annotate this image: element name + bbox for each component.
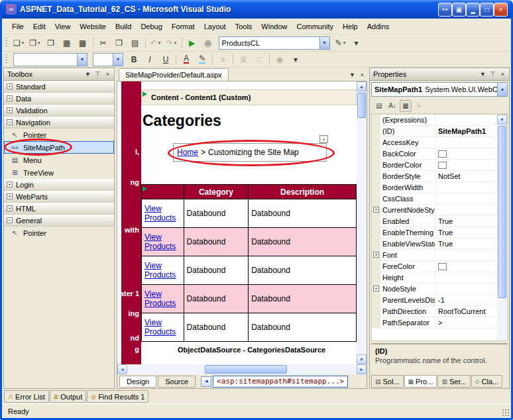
toolbox-section-data[interactable]: + + Data: [4, 93, 114, 105]
underline-button[interactable]: U: [158, 52, 173, 66]
property-value[interactable]: [435, 148, 497, 159]
toolbox-section-login[interactable]: + + Login: [4, 179, 114, 191]
view-tab[interactable]: Design: [119, 376, 156, 388]
properties-view-button[interactable]: ▦: [400, 100, 412, 112]
minimize-button[interactable]: ▂: [466, 3, 480, 17]
highlight-color-button[interactable]: ✎: [195, 52, 209, 66]
close-icon[interactable]: ×: [498, 70, 508, 79]
toolbox-item-menu[interactable]: ▤ ▤ Menu: [4, 154, 114, 166]
expander-icon[interactable]: +: [7, 182, 13, 187]
tab-output[interactable]: ≣ Output: [50, 390, 87, 403]
toolbar-overflow-button[interactable]: ▾: [288, 52, 303, 66]
save-all-button[interactable]: ▩: [76, 36, 90, 50]
property-value[interactable]: [435, 137, 497, 148]
paste-button[interactable]: ▤: [128, 36, 142, 50]
expander-icon[interactable]: −: [7, 119, 13, 125]
style-tool-button[interactable]: ✎: [333, 36, 348, 50]
smart-tag-anchor-icon[interactable]: ▪: [319, 135, 328, 143]
chevron-down-icon[interactable]: ▼: [319, 37, 329, 49]
expand-plus-icon[interactable]: +: [373, 252, 379, 258]
property-value[interactable]: RootToCurrent: [435, 306, 497, 317]
property-value[interactable]: -1: [435, 295, 497, 305]
view-products-link[interactable]: View Products: [144, 204, 178, 223]
property-row[interactable]: + Font: [372, 250, 497, 261]
view-products-link[interactable]: View Products: [144, 289, 178, 308]
toolbox-item-pointer-general[interactable]: ↖ ↖ Pointer: [4, 227, 114, 239]
copy-button[interactable]: ❐: [112, 36, 127, 50]
scroll-up-icon[interactable]: ▲: [357, 81, 367, 91]
scroll-down-icon[interactable]: ▼: [357, 354, 367, 364]
property-value[interactable]: NotSet: [435, 171, 497, 182]
toolbox-section-validation[interactable]: + + Validation: [4, 105, 114, 117]
menu-item[interactable]: Window: [256, 20, 292, 33]
content-region-header[interactable]: Content - Content1 (Custom): [141, 89, 357, 105]
smart-tag-icon[interactable]: [142, 91, 147, 97]
property-value[interactable]: SiteMapPath1: [435, 126, 497, 136]
property-row[interactable]: + EnableViewState True: [372, 238, 497, 250]
scroll-left-icon[interactable]: ◄: [117, 364, 127, 374]
chevron-down-icon[interactable]: ▼: [478, 70, 488, 79]
toolbar-grip[interactable]: [5, 54, 7, 65]
menu-item[interactable]: Tools: [231, 20, 257, 33]
chevron-down-icon[interactable]: ▼: [113, 54, 123, 66]
property-row[interactable]: + PathSeparator >: [372, 317, 497, 329]
property-value[interactable]: [435, 205, 497, 215]
target-schema-combobox[interactable]: ProductsCL ▼: [219, 36, 330, 50]
alphabetical-button[interactable]: A↓: [386, 100, 398, 112]
new-project-button[interactable]: ❏: [11, 36, 26, 50]
close-icon[interactable]: ×: [357, 70, 367, 79]
cut-button[interactable]: ✂: [96, 36, 111, 50]
dock-pane-button[interactable]: ▣: [452, 3, 466, 17]
font-name-combobox[interactable]: ▼: [13, 53, 87, 66]
dock-left-right-button[interactable]: ◄►: [438, 3, 452, 17]
scrollbar-thumb[interactable]: [357, 93, 366, 118]
expand-plus-icon[interactable]: +: [373, 286, 379, 291]
property-row[interactable]: + EnableTheming True: [372, 227, 497, 238]
menu-item[interactable]: Help: [338, 20, 363, 33]
pin-icon[interactable]: ⊤: [488, 70, 498, 79]
property-value[interactable]: [435, 272, 497, 283]
start-debug-button[interactable]: ▶: [185, 36, 200, 50]
property-row[interactable]: + BorderStyle NotSet: [372, 171, 497, 182]
save-button[interactable]: ▦: [60, 36, 74, 50]
property-row[interactable]: + AccessKey: [372, 137, 497, 148]
tab-solution-explorer[interactable]: ▤ Sol...: [371, 375, 404, 388]
bullet-list-button[interactable]: ∷: [252, 52, 266, 66]
align-button[interactable]: ≡: [215, 52, 230, 66]
close-icon[interactable]: ×: [103, 70, 113, 79]
resize-grip[interactable]: [501, 408, 510, 417]
property-row[interactable]: + BackColor: [372, 148, 497, 160]
events-button[interactable]: ϟ: [413, 100, 425, 112]
tab-find-results[interactable]: ◎ Find Results 1: [87, 390, 148, 403]
view-products-link[interactable]: View Products: [144, 233, 178, 251]
close-button[interactable]: ×: [494, 3, 508, 17]
expand-plus-icon[interactable]: +: [373, 207, 379, 213]
toolbox-section-webparts[interactable]: + + WebParts: [4, 191, 114, 203]
redo-button[interactable]: ↷: [164, 36, 179, 50]
chevron-down-icon[interactable]: ▼: [83, 70, 93, 79]
toolbox-item-treeview[interactable]: ⊞ ⊞ TreeView: [4, 166, 114, 179]
property-value[interactable]: [435, 284, 497, 294]
document-tab[interactable]: SiteMapProvider/Default.aspx: [119, 68, 229, 81]
property-row[interactable]: + PathDirection RootToCurrent: [372, 306, 497, 317]
tab-server-explorer[interactable]: ▥ Ser...: [437, 375, 470, 388]
expander-icon[interactable]: −: [7, 217, 13, 223]
chevron-down-icon[interactable]: ▼: [497, 83, 507, 96]
smart-tag-icon[interactable]: [142, 186, 147, 191]
property-value[interactable]: True: [435, 216, 497, 227]
undo-button[interactable]: ↶: [148, 36, 163, 50]
chevron-left-icon[interactable]: ◄: [201, 376, 211, 387]
toolbox-section-html[interactable]: + + HTML: [4, 203, 114, 215]
tab-properties[interactable]: ▦ Pro...: [404, 375, 437, 388]
property-row[interactable]: + Height: [372, 272, 497, 284]
property-value[interactable]: [435, 115, 497, 125]
property-row[interactable]: + Enabled True: [372, 216, 497, 227]
tab-class-view[interactable]: ◇ Cla...: [471, 375, 503, 388]
menu-item[interactable]: View: [50, 20, 76, 33]
view-tab[interactable]: Source: [158, 376, 196, 388]
expander-icon[interactable]: +: [7, 95, 13, 101]
bold-button[interactable]: B: [127, 52, 141, 66]
toolbar-grip[interactable]: [5, 37, 7, 48]
menu-item[interactable]: Layout: [200, 20, 231, 33]
toolbox-item-sitemappath[interactable]: »» »» SiteMapPath: [4, 141, 114, 154]
